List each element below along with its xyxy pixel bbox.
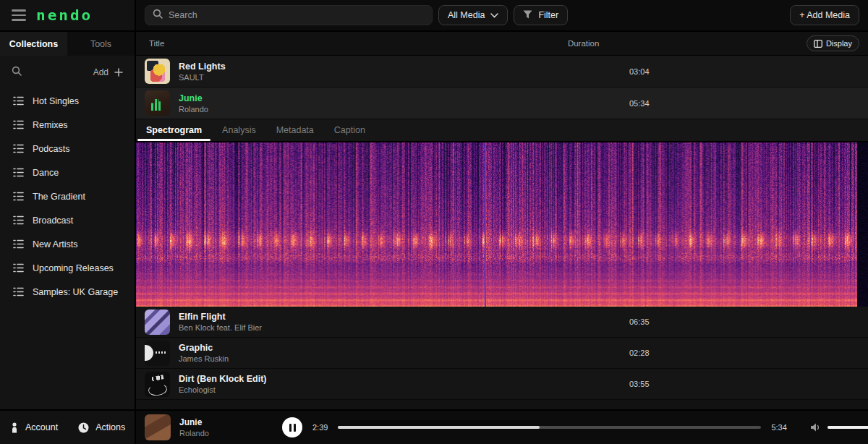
sidebar-item-samples-uk-garage[interactable]: Samples: UK Garage bbox=[0, 280, 135, 304]
list-header: Title Duration Display bbox=[136, 32, 868, 56]
album-art bbox=[145, 59, 170, 84]
volume-icon[interactable] bbox=[810, 422, 822, 432]
plus-icon bbox=[114, 68, 123, 77]
tab-analysis[interactable]: Analysis bbox=[212, 119, 266, 141]
track-duration: 05:34 bbox=[629, 99, 868, 108]
now-playing-title: Junie bbox=[179, 417, 273, 427]
track-artist: SAULT bbox=[179, 73, 226, 82]
seek-bar[interactable] bbox=[338, 426, 761, 429]
collections-list: Hot Singles Remixes Podcasts Dance The G… bbox=[0, 86, 135, 409]
list-icon bbox=[13, 96, 24, 106]
tab-collections[interactable]: Collections bbox=[0, 32, 67, 56]
column-header-duration: Duration bbox=[568, 39, 807, 48]
filter-button[interactable]: Filter bbox=[514, 5, 568, 25]
top-bar-left: nendo bbox=[0, 0, 136, 30]
list-icon bbox=[13, 215, 24, 225]
add-collection-label: Add bbox=[93, 67, 109, 77]
player-bar: Junie Rolando 2:39 5:34 bbox=[136, 411, 868, 444]
sidebar-item-remixes[interactable]: Remixes bbox=[0, 113, 135, 137]
list-icon bbox=[13, 144, 24, 153]
track-row-elfin-flight[interactable]: Elfin Flight Ben Klock feat. Elif Bier 0… bbox=[136, 307, 868, 338]
chevron-down-icon bbox=[490, 10, 498, 20]
album-art bbox=[145, 341, 170, 366]
track-title: Graphic bbox=[179, 343, 229, 353]
track-row-junie[interactable]: Junie Rolando 05:34 bbox=[136, 87, 868, 119]
hamburger-menu-icon[interactable] bbox=[12, 9, 26, 21]
media-type-select[interactable]: All Media bbox=[438, 5, 508, 25]
spectrogram-panel[interactable] bbox=[136, 142, 868, 307]
add-collection-button[interactable]: Add bbox=[93, 67, 123, 77]
filter-funnel-icon bbox=[523, 10, 532, 21]
list-icon bbox=[13, 168, 24, 177]
track-duration: 06:35 bbox=[629, 317, 868, 326]
track-title: Dirt (Ben Klock Edit) bbox=[179, 374, 267, 384]
tab-metadata[interactable]: Metadata bbox=[266, 119, 324, 141]
tab-tools[interactable]: Tools bbox=[67, 32, 135, 56]
search-box[interactable] bbox=[145, 5, 433, 25]
display-button[interactable]: Display bbox=[807, 35, 859, 51]
sidebar-item-dance[interactable]: Dance bbox=[0, 161, 135, 184]
add-media-label: + Add Media bbox=[799, 10, 850, 20]
sidebar-item-the-gradient[interactable]: The Gradient bbox=[0, 184, 135, 208]
track-title: Red Lights bbox=[179, 61, 226, 72]
track-artist: Ben Klock feat. Elif Bier bbox=[179, 323, 262, 332]
sidebar-item-podcasts[interactable]: Podcasts bbox=[0, 137, 135, 161]
column-header-title: Title bbox=[136, 39, 568, 48]
spectrogram-canvas[interactable] bbox=[136, 142, 868, 307]
volume-slider[interactable] bbox=[827, 426, 868, 429]
sidebar-tabs: Collections Tools bbox=[0, 32, 135, 56]
volume-fill bbox=[827, 426, 868, 429]
progress-fill bbox=[338, 426, 539, 429]
main-content: Title Duration Display Red Lights SAULT … bbox=[136, 32, 868, 409]
clock-icon bbox=[78, 422, 89, 433]
actions-button[interactable]: Actions bbox=[68, 411, 135, 444]
now-playing-artist: Rolando bbox=[179, 429, 273, 437]
tab-caption[interactable]: Caption bbox=[324, 119, 375, 141]
sidebar-item-upcoming-releases[interactable]: Upcoming Releases bbox=[0, 256, 135, 280]
media-type-value: All Media bbox=[448, 10, 485, 20]
columns-icon bbox=[814, 40, 822, 48]
list-icon bbox=[13, 120, 24, 129]
album-art bbox=[145, 90, 170, 116]
person-icon bbox=[10, 422, 19, 433]
list-icon bbox=[13, 192, 24, 201]
sidebar-item-broadcast[interactable]: Broadcast bbox=[0, 208, 135, 232]
list-icon bbox=[13, 287, 24, 296]
track-duration: 03:04 bbox=[629, 67, 868, 76]
now-playing-art bbox=[145, 414, 171, 440]
track-row-red-lights[interactable]: Red Lights SAULT 03:04 bbox=[136, 56, 868, 87]
app-logo: nendo bbox=[36, 8, 93, 22]
footer-bar: Account Actions Junie Rolando 2:39 5:34 bbox=[0, 409, 868, 444]
album-art bbox=[145, 309, 170, 335]
sidebar-item-hot-singles[interactable]: Hot Singles bbox=[0, 89, 135, 113]
app-window: nendo All Media Filter bbox=[0, 0, 868, 444]
track-artist: James Ruskin bbox=[179, 354, 229, 363]
search-input[interactable] bbox=[169, 10, 425, 20]
account-button[interactable]: Account bbox=[0, 411, 68, 444]
filter-label: Filter bbox=[538, 10, 558, 20]
sidebar-item-new-artists[interactable]: New Artists bbox=[0, 232, 135, 256]
track-row-graphic[interactable]: Graphic James Ruskin 02:28 bbox=[136, 338, 868, 369]
sidebar: Collections Tools Add Hot Singles Re bbox=[0, 32, 136, 409]
track-duration: 03:55 bbox=[629, 380, 868, 388]
tab-spectrogram[interactable]: Spectrogram bbox=[136, 119, 212, 141]
list-icon bbox=[13, 239, 24, 249]
track-artist: Rolando bbox=[179, 105, 208, 114]
top-bar: nendo All Media Filter bbox=[0, 0, 868, 32]
track-artist: Echologist bbox=[179, 385, 267, 394]
collection-search-icon[interactable] bbox=[12, 66, 22, 79]
total-time: 5:34 bbox=[771, 423, 786, 432]
album-art bbox=[145, 372, 170, 397]
track-title: Elfin Flight bbox=[179, 312, 262, 322]
elapsed-time: 2:39 bbox=[312, 423, 328, 432]
detail-tabs: Spectrogram Analysis Metadata Caption bbox=[136, 119, 868, 142]
add-media-button[interactable]: + Add Media bbox=[790, 5, 859, 25]
search-icon bbox=[153, 9, 163, 22]
pause-button[interactable] bbox=[282, 417, 302, 437]
track-title: Junie bbox=[179, 93, 208, 103]
list-icon bbox=[13, 263, 24, 273]
track-duration: 02:28 bbox=[629, 349, 868, 357]
track-row-dirt[interactable]: Dirt (Ben Klock Edit) Echologist 03:55 bbox=[136, 369, 868, 400]
top-bar-right: All Media Filter + Add Media bbox=[136, 0, 868, 30]
